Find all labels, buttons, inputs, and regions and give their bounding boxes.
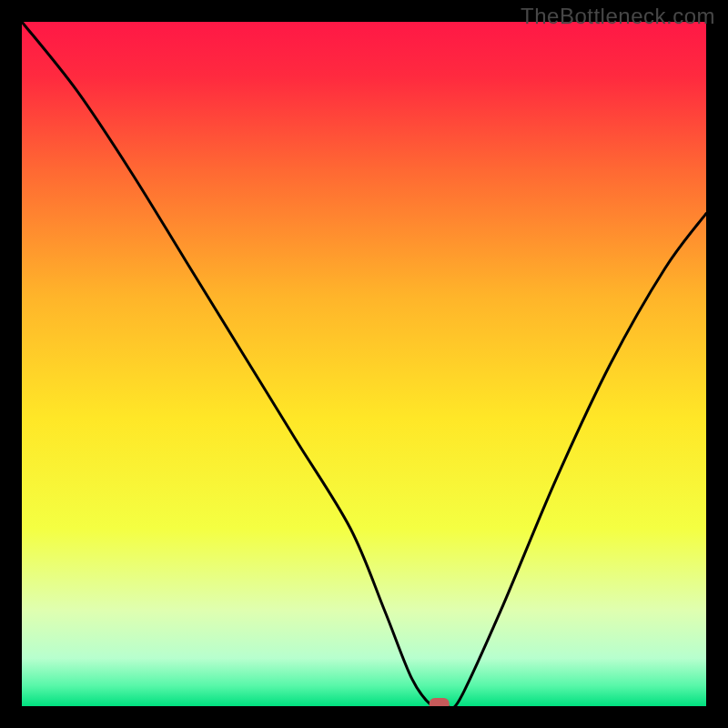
plot-area — [22, 22, 706, 706]
minimum-marker — [430, 698, 450, 706]
gradient-background — [22, 22, 706, 706]
bottleneck-chart — [22, 22, 706, 706]
chart-frame: TheBottleneck.com — [0, 0, 728, 728]
watermark-label: TheBottleneck.com — [521, 4, 715, 29]
